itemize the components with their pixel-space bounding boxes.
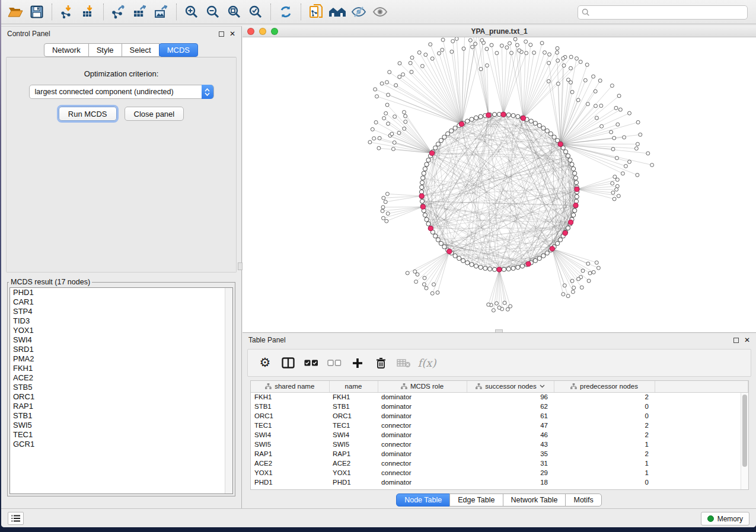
network-node[interactable] <box>433 234 438 238</box>
show-panels-list-button[interactable] <box>8 512 24 525</box>
export-image-button[interactable] <box>151 2 172 21</box>
network-leaf-node[interactable] <box>430 291 434 295</box>
import-table-button[interactable] <box>78 2 99 21</box>
network-leaf-node[interactable] <box>436 291 439 294</box>
tab-network-table[interactable]: Network Table <box>503 493 566 507</box>
network-leaf-node[interactable] <box>616 123 620 126</box>
zoom-selected-button[interactable] <box>245 2 266 21</box>
network-leaf-node[interactable] <box>628 111 631 115</box>
network-leaf-node[interactable] <box>594 104 598 108</box>
network-node[interactable] <box>548 132 553 136</box>
network-node[interactable] <box>479 114 483 118</box>
network-leaf-node[interactable] <box>480 39 484 42</box>
mcds-result-item[interactable]: GCR1 <box>10 440 232 449</box>
mcds-result-item[interactable]: PHD1 <box>10 288 232 297</box>
network-leaf-node[interactable] <box>615 178 619 181</box>
network-mcds-node[interactable] <box>521 116 525 120</box>
refresh-layout-button[interactable] <box>275 2 296 21</box>
network-leaf-node[interactable] <box>385 219 388 223</box>
network-leaf-node[interactable] <box>378 136 381 140</box>
network-leaf-node[interactable] <box>617 194 620 198</box>
network-leaf-node[interactable] <box>468 39 472 42</box>
network-node[interactable] <box>474 264 478 268</box>
network-node[interactable] <box>439 241 443 245</box>
network-leaf-node[interactable] <box>566 294 570 298</box>
network-node[interactable] <box>573 176 578 180</box>
mcds-result-item[interactable]: YOX1 <box>10 326 232 335</box>
network-leaf-node[interactable] <box>368 140 372 144</box>
network-node[interactable] <box>457 257 461 261</box>
network-mcds-node[interactable] <box>563 230 567 235</box>
network-leaf-node[interactable] <box>581 269 585 273</box>
network-leaf-node[interactable] <box>576 98 580 102</box>
network-leaf-node[interactable] <box>487 303 490 306</box>
table-row[interactable]: SWI5SWI5connector431 <box>251 440 748 449</box>
network-leaf-node[interactable] <box>398 75 401 79</box>
table-row[interactable]: FKH1FKH1dominator962 <box>251 392 748 402</box>
network-leaf-node[interactable] <box>393 115 397 118</box>
show-all-button[interactable] <box>369 2 391 21</box>
network-node[interactable] <box>566 226 570 230</box>
tab-network[interactable]: Network <box>44 43 89 57</box>
network-leaf-node[interactable] <box>404 114 407 118</box>
float-panel-icon[interactable] <box>219 31 224 37</box>
network-node[interactable] <box>493 267 497 271</box>
network-leaf-node[interactable] <box>391 148 395 151</box>
network-leaf-node[interactable] <box>577 277 580 281</box>
network-leaf-node[interactable] <box>592 75 595 78</box>
network-node[interactable] <box>556 241 560 245</box>
search-input[interactable] <box>593 8 744 17</box>
close-panel-icon[interactable]: ✕ <box>744 338 750 343</box>
network-leaf-node[interactable] <box>636 142 639 146</box>
network-leaf-node[interactable] <box>598 79 602 82</box>
network-mcds-node[interactable] <box>501 112 506 117</box>
network-leaf-node[interactable] <box>562 64 566 68</box>
network-leaf-node[interactable] <box>615 188 618 191</box>
network-leaf-node[interactable] <box>384 111 388 115</box>
export-network-button[interactable] <box>108 2 129 21</box>
tab-mcds[interactable]: MCDS <box>159 43 198 57</box>
network-leaf-node[interactable] <box>592 271 595 274</box>
network-leaf-node[interactable] <box>424 53 428 56</box>
mcds-result-item[interactable]: SWI4 <box>10 335 232 345</box>
network-leaf-node[interactable] <box>490 43 493 47</box>
network-leaf-node[interactable] <box>639 133 642 136</box>
maximize-window-button[interactable] <box>271 28 278 35</box>
network-node[interactable] <box>436 238 440 242</box>
network-leaf-node[interactable] <box>382 196 385 200</box>
network-leaf-node[interactable] <box>410 70 413 73</box>
network-node[interactable] <box>426 222 430 226</box>
network-leaf-node[interactable] <box>381 209 384 213</box>
tab-edge-table[interactable]: Edge Table <box>449 493 503 507</box>
network-leaf-node[interactable] <box>586 262 590 265</box>
network-node[interactable] <box>516 265 520 270</box>
network-leaf-node[interactable] <box>562 57 565 60</box>
network-leaf-node[interactable] <box>594 89 597 93</box>
network-leaf-node[interactable] <box>485 47 489 51</box>
network-leaf-node[interactable] <box>540 41 544 45</box>
mcds-result-item[interactable]: STB1 <box>10 411 232 421</box>
network-node[interactable] <box>568 158 572 162</box>
network-leaf-node[interactable] <box>548 53 551 56</box>
network-leaf-node[interactable] <box>614 106 618 110</box>
network-leaf-node[interactable] <box>374 88 377 91</box>
column-header-name[interactable]: name <box>329 381 378 392</box>
network-node[interactable] <box>449 129 454 133</box>
network-node[interactable] <box>479 265 483 270</box>
network-leaf-node[interactable] <box>587 279 591 283</box>
network-node[interactable] <box>574 181 578 185</box>
network-window-titlebar[interactable]: YPA_prune.txt_1 <box>243 26 756 37</box>
network-node[interactable] <box>537 123 541 127</box>
network-node[interactable] <box>421 176 425 180</box>
table-row[interactable]: YOX1YOX1connector291 <box>251 468 748 477</box>
network-node[interactable] <box>436 142 440 146</box>
column-header-predecessor-nodes[interactable]: predecessor nodes <box>554 381 655 392</box>
network-leaf-node[interactable] <box>556 59 560 62</box>
network-leaf-node[interactable] <box>634 147 638 150</box>
mcds-result-item[interactable]: STP4 <box>10 307 232 316</box>
network-node[interactable] <box>442 135 446 139</box>
network-node[interactable] <box>511 266 515 270</box>
network-leaf-node[interactable] <box>414 280 418 284</box>
table-row[interactable]: SWI4SWI4dominator462 <box>251 430 748 440</box>
run-mcds-button[interactable]: Run MCDS <box>59 107 117 121</box>
